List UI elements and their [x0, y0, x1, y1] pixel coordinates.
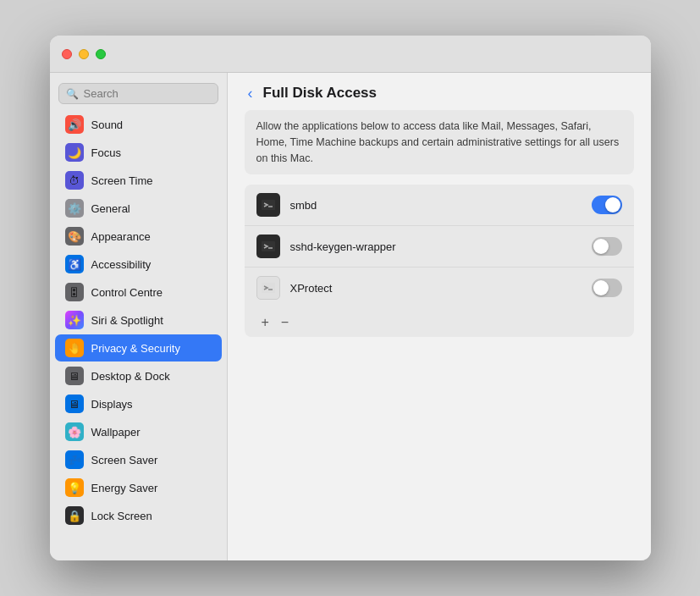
sidebar-item-label-lockscreen: Lock Screen — [91, 510, 152, 522]
wallpaper-icon: 🌸 — [65, 422, 84, 441]
sidebar-item-sound[interactable]: 🔊Sound — [55, 111, 222, 138]
desktop-icon: 🖥 — [65, 367, 84, 385]
sidebar-item-privacy[interactable]: 🤚Privacy & Security — [55, 334, 222, 361]
sidebar-item-label-control: Control Centre — [91, 286, 163, 299]
displays-icon: 🖥 — [65, 395, 84, 413]
sidebar-item-desktop[interactable]: 🖥Desktop & Dock — [55, 362, 222, 389]
sidebar-item-lockscreen[interactable]: 🔒Lock Screen — [55, 502, 222, 529]
main-panel: ‹ Full Disk Access Allow the application… — [228, 73, 651, 560]
app-name-2: XProtect — [290, 282, 581, 295]
siri-icon: ✨ — [65, 311, 84, 329]
sidebar-item-wallpaper[interactable]: 🌸Wallpaper — [55, 418, 222, 445]
screensaver-icon: 💤 — [65, 450, 84, 469]
sidebar-item-label-screensaver: Screen Saver — [91, 454, 158, 466]
sidebar-item-control[interactable]: 🎛Control Centre — [55, 279, 222, 306]
sidebar-item-appearance[interactable]: 🎨Appearance — [55, 223, 222, 250]
sidebar-item-label-wallpaper: Wallpaper — [91, 426, 141, 439]
sidebar-item-label-screentime: Screen Time — [91, 174, 153, 187]
sidebar-item-accessibility[interactable]: ♿Accessibility — [55, 251, 222, 278]
search-box[interactable]: 🔍 — [58, 83, 218, 104]
focus-icon: 🌙 — [65, 143, 84, 162]
appearance-icon: 🎨 — [65, 227, 84, 246]
control-icon: 🎛 — [65, 283, 84, 301]
sidebar-item-siri[interactable]: ✨Siri & Spotlight — [55, 306, 222, 334]
search-input[interactable] — [84, 87, 211, 100]
sidebar-item-label-accessibility: Accessibility — [91, 258, 152, 271]
app-icon-2 — [256, 276, 280, 300]
app-name-1: sshd-keygen-wrapper — [290, 240, 581, 253]
search-icon: 🔍 — [66, 88, 79, 100]
sidebar-item-label-sound: Sound — [91, 119, 124, 131]
app-rows-container: smbd sshd-keygen-wrapper XProtect — [245, 185, 634, 308]
app-row-0: smbd — [245, 185, 634, 226]
sidebar-item-label-focus: Focus — [91, 146, 121, 159]
energy-icon: 💡 — [65, 478, 84, 497]
privacy-icon: 🤚 — [65, 339, 84, 357]
accessibility-icon: ♿ — [65, 255, 84, 273]
sound-icon: 🔊 — [65, 115, 84, 134]
general-icon: ⚙️ — [65, 199, 84, 218]
sidebar-items-container: 🔊Sound🌙Focus⏱Screen Time⚙️General🎨Appear… — [50, 111, 227, 529]
lockscreen-icon: 🔒 — [65, 506, 84, 525]
sidebar-item-label-displays: Displays — [91, 398, 133, 411]
back-button[interactable]: ‹ — [245, 86, 256, 101]
remove-app-button[interactable]: − — [276, 313, 294, 332]
maximize-button[interactable] — [96, 49, 106, 59]
sidebar-item-screentime[interactable]: ⏱Screen Time — [55, 167, 222, 194]
sidebar-item-energy[interactable]: 💡Energy Saver — [55, 474, 222, 501]
panel-title: Full Disk Access — [263, 85, 378, 102]
screentime-icon: ⏱ — [65, 171, 84, 190]
sidebar: 🔍 🔊Sound🌙Focus⏱Screen Time⚙️General🎨Appe… — [50, 73, 228, 560]
sidebar-item-screensaver[interactable]: 💤Screen Saver — [55, 446, 222, 473]
close-button[interactable] — [62, 49, 72, 59]
app-toggle-0[interactable] — [592, 196, 622, 214]
app-row-2: XProtect — [245, 268, 634, 308]
app-toggle-1[interactable] — [592, 237, 622, 256]
app-list: smbd sshd-keygen-wrapper XProtect + − — [245, 185, 634, 337]
sidebar-item-label-siri: Siri & Spotlight — [91, 314, 163, 327]
settings-window: 🔍 🔊Sound🌙Focus⏱Screen Time⚙️General🎨Appe… — [50, 36, 651, 560]
sidebar-item-displays[interactable]: 🖥Displays — [55, 390, 222, 417]
sidebar-item-general[interactable]: ⚙️General — [55, 195, 222, 222]
add-remove-bar: + − — [245, 308, 634, 337]
sidebar-item-label-appearance: Appearance — [91, 230, 151, 243]
app-icon-1 — [256, 235, 280, 258]
app-name-0: smbd — [290, 199, 581, 212]
panel-header: ‹ Full Disk Access — [228, 73, 651, 110]
minimize-button[interactable] — [79, 49, 89, 59]
sidebar-item-label-energy: Energy Saver — [91, 482, 158, 494]
title-bar — [50, 36, 651, 73]
sidebar-item-label-privacy: Privacy & Security — [91, 342, 180, 355]
description-box: Allow the applications below to access d… — [245, 110, 634, 174]
sidebar-item-label-general: General — [91, 202, 130, 215]
app-toggle-2[interactable] — [592, 279, 622, 297]
content-area: 🔍 🔊Sound🌙Focus⏱Screen Time⚙️General🎨Appe… — [50, 73, 651, 560]
app-row-1: sshd-keygen-wrapper — [245, 226, 634, 268]
sidebar-item-label-desktop: Desktop & Dock — [91, 370, 170, 383]
add-app-button[interactable]: + — [256, 313, 274, 332]
sidebar-item-focus[interactable]: 🌙Focus — [55, 139, 222, 166]
app-icon-0 — [256, 193, 280, 217]
